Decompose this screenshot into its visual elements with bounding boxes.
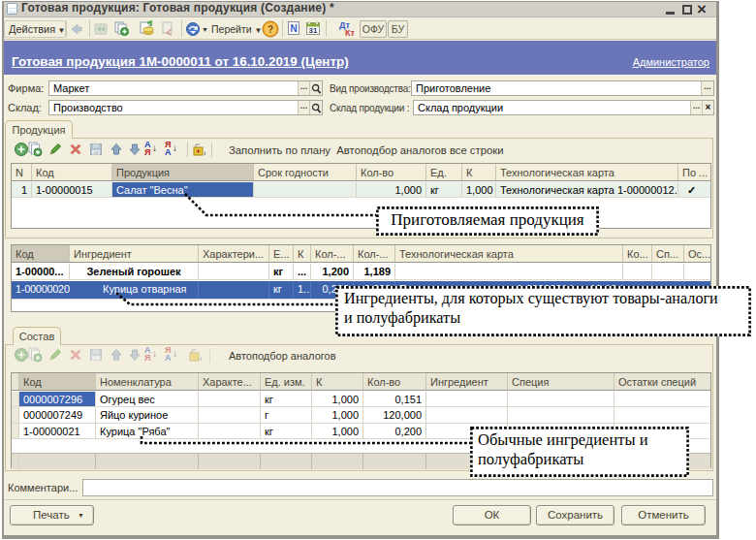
svg-text:OK: OK [93,151,99,155]
svg-text:N: N [290,23,297,34]
svg-text:?: ? [268,24,273,35]
svg-text:t: t [201,356,203,362]
svg-text:31: 31 [309,26,318,35]
svg-text:t: t [204,150,205,156]
